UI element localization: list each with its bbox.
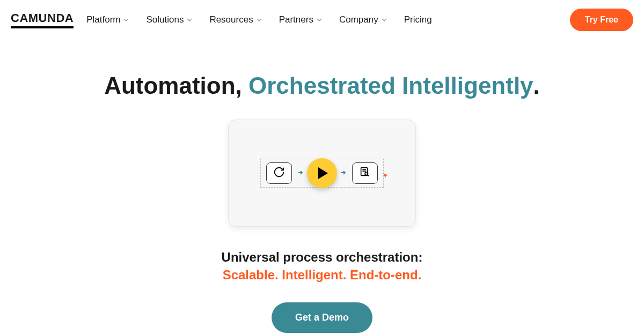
play-icon	[318, 167, 328, 179]
nav-label: Resources	[209, 14, 253, 25]
hero-title-highlight: Orchestrated Intelligently	[248, 72, 533, 99]
header: CAMUNDA Platform Solutions Resources Par…	[0, 0, 644, 40]
arrow-right-icon	[340, 169, 347, 177]
chevron-down-icon	[187, 17, 192, 23]
svg-rect-0	[361, 168, 368, 176]
svg-line-4	[368, 174, 369, 176]
hero-section: Automation, Orchestrated Intelligently.	[0, 40, 644, 333]
hero-title-suffix: .	[533, 72, 540, 99]
arrow-right-icon	[297, 169, 304, 177]
nav-label: Partners	[279, 14, 313, 25]
nav-label: Platform	[86, 14, 120, 25]
nav-platform[interactable]: Platform	[86, 14, 129, 25]
logo[interactable]: CAMUNDA	[11, 11, 74, 28]
get-demo-button[interactable]: Get a Demo	[272, 302, 372, 333]
video-preview-card[interactable]	[228, 120, 416, 227]
hero-title: Automation, Orchestrated Intelligently.	[0, 72, 644, 100]
nav-label: Pricing	[404, 14, 432, 25]
cursor-pointer-icon	[382, 172, 390, 182]
nav-partners[interactable]: Partners	[279, 14, 322, 25]
nav-resources[interactable]: Resources	[209, 14, 261, 25]
chevron-down-icon	[317, 17, 322, 23]
hero-subtitle: Universal process orchestration: Scalabl…	[0, 248, 644, 284]
main-nav: Platform Solutions Resources Partners Co…	[86, 14, 557, 25]
play-button[interactable]	[307, 158, 337, 188]
subtitle-line1: Universal process orchestration:	[0, 248, 644, 266]
nav-solutions[interactable]: Solutions	[146, 14, 192, 25]
nav-company[interactable]: Company	[339, 14, 387, 25]
diagram-step-search	[352, 162, 378, 184]
chevron-down-icon	[382, 17, 387, 23]
gear-refresh-icon	[273, 166, 285, 180]
subtitle-line2: Scalable. Intelligent. End-to-end.	[0, 266, 644, 284]
try-free-button[interactable]: Try Free	[570, 9, 633, 31]
chevron-down-icon	[123, 17, 129, 23]
nav-label: Solutions	[146, 14, 184, 25]
nav-label: Company	[339, 14, 378, 25]
nav-pricing[interactable]: Pricing	[404, 14, 432, 25]
diagram-step-gear	[266, 162, 292, 184]
hero-title-plain: Automation,	[104, 72, 248, 99]
document-search-icon	[359, 166, 371, 180]
chevron-down-icon	[257, 17, 262, 23]
